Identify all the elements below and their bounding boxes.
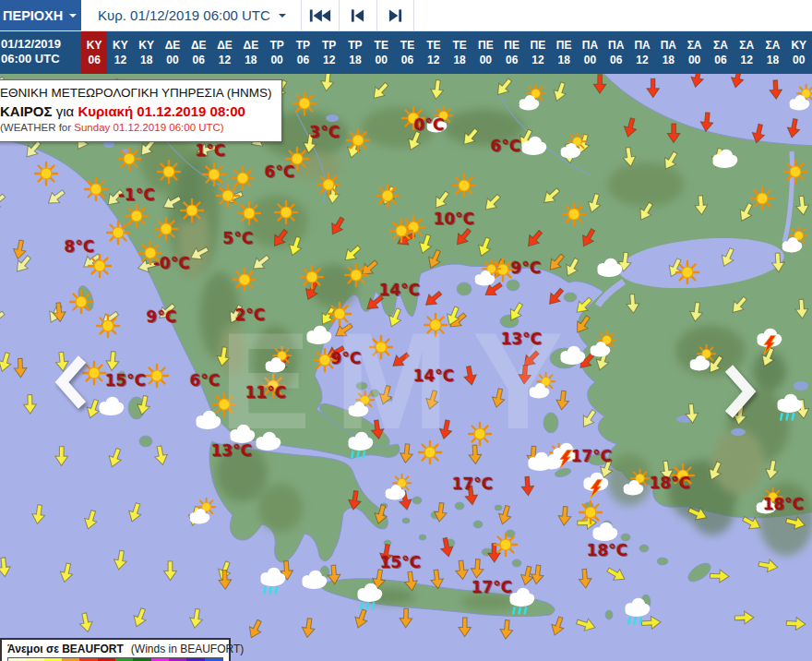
timestep-text: ΣΑ — [713, 40, 728, 52]
timestep-cell[interactable]: ΣΑ12 — [734, 31, 759, 74]
temperature-label: 8°C — [65, 237, 95, 256]
timestep-text: 00 — [688, 54, 700, 66]
pan-right-button[interactable] — [718, 363, 760, 420]
temperature-label: 13°C — [211, 441, 253, 460]
timestep-text: 18 — [558, 54, 570, 66]
timestep-cell[interactable]: ΔΕ00 — [160, 31, 185, 74]
temperature-label: 14°C — [379, 281, 421, 299]
step-back-icon — [350, 7, 365, 24]
timestep-cell[interactable]: ΤΕ18 — [447, 31, 472, 74]
timestep-cell[interactable]: ΠΑ06 — [603, 31, 629, 74]
timestep-cell[interactable]: ΠΕ18 — [551, 31, 577, 74]
map-title-box: ΕΘΝΙΚΗ ΜΕΤΕΩΡΟΛΟΓΙΚΗ ΥΠΗΡΕΣΙΑ (HNMS) ΚΑΙ… — [0, 79, 282, 142]
temperature-label: -1°C — [118, 186, 155, 204]
timestep-cell[interactable]: ΠΕ06 — [499, 31, 525, 74]
timestep-cell[interactable]: ΔΕ12 — [211, 31, 237, 74]
timestep-text: ΠΕ — [504, 40, 519, 52]
skip-to-start-icon — [308, 7, 332, 24]
timestep-cell[interactable]: ΠΕ00 — [472, 31, 498, 74]
timestep-text: 06 — [714, 54, 726, 66]
step-forward-button[interactable] — [376, 0, 414, 30]
timestep-text: 06 — [297, 54, 309, 66]
timestep-text: 00 — [166, 54, 178, 66]
timestep-text: 12 — [740, 54, 752, 66]
timestep-cell[interactable]: ΣΑ06 — [708, 31, 734, 74]
current-datetime-label: 01/12/2019 06:00 UTC — [0, 31, 81, 74]
temperature-label: 6°C — [190, 371, 221, 390]
timestep-cell[interactable]: ΚΥ06 — [81, 31, 107, 74]
timestep-cell[interactable]: ΣΑ00 — [681, 31, 707, 74]
forecast-valid-line: ΚΑΙΡΟΣ για Κυριακή 01.12.2019 08:00 — [0, 102, 271, 122]
timestep-cell[interactable]: ΤΡ12 — [316, 31, 342, 74]
timestep-text: ΤΕ — [375, 40, 388, 52]
timestep-cell[interactable]: ΤΕ06 — [394, 31, 420, 74]
timestep-text: ΔΕ — [217, 40, 233, 52]
timestep-text: ΤΡ — [296, 40, 310, 52]
beaufort-legend-title: Άνεμοι σε BEAUFORT(Winds in BEAUFORT) — [7, 643, 223, 655]
temperature-label: 9°C — [331, 349, 362, 367]
timestep-cell[interactable]: ΠΑ12 — [629, 31, 655, 74]
temperature-label: 15°C — [105, 371, 147, 390]
timestep-text: ΤΡ — [322, 40, 336, 52]
temperature-label: 0°C — [414, 115, 445, 134]
temperature-label: 11°C — [245, 383, 287, 402]
timestep-cell[interactable]: ΤΡ18 — [342, 31, 368, 74]
timestep-cell[interactable]: ΣΑ18 — [759, 31, 785, 74]
temperature-label: 17°C — [472, 578, 513, 596]
timestep-columns: ΚΥ06ΚΥ12ΚΥ18ΔΕ00ΔΕ06ΔΕ12ΔΕ18ΤΡ00ΤΡ06ΤΡ12… — [81, 31, 812, 74]
pan-left-button[interactable] — [51, 354, 93, 411]
timestep-cell[interactable]: ΠΑ00 — [577, 31, 603, 74]
timestep-text: ΤΕ — [452, 40, 466, 52]
timestep-text: ΔΕ — [165, 40, 181, 52]
skip-to-start-button[interactable] — [301, 0, 339, 30]
timestep-text: 06 — [88, 54, 100, 66]
timestep-cell[interactable]: ΠΑ18 — [655, 31, 681, 74]
weather-map[interactable]: EMY 1°C-1°C3°C0°C6°C6°C10°C8°C5°C-0°C9°C… — [0, 74, 812, 661]
timestep-cell[interactable]: ΤΕ12 — [421, 31, 447, 74]
timestep-text: 18 — [453, 54, 465, 66]
timestep-text: ΚΥ — [87, 40, 102, 52]
timestep-text: ΤΕ — [426, 40, 440, 52]
temperature-label: 18°C — [650, 474, 691, 492]
timestep-cell[interactable]: ΚΥ12 — [107, 31, 133, 74]
timestep-text: ΣΑ — [687, 40, 702, 52]
datetime-dropdown-button[interactable]: Κυρ. 01/12/2019 06:00 UTC — [81, 0, 301, 30]
toolbar-spacer — [414, 0, 812, 30]
beaufort-legend: Άνεμοι σε BEAUFORT(Winds in BEAUFORT) 12… — [0, 638, 231, 661]
temperature-label: 6°C — [265, 162, 295, 181]
temperature-label: 17°C — [571, 447, 613, 465]
timestep-cell[interactable]: ΚΥ00 — [786, 31, 812, 74]
region-dropdown-button[interactable]: ΠΕΡΙΟΧΗ — [0, 0, 81, 30]
beaufort-color-scale: 123456789101112 — [7, 657, 223, 661]
timestep-bar: 01/12/2019 06:00 UTC ΚΥ06ΚΥ12ΚΥ18ΔΕ00ΔΕ0… — [0, 31, 812, 74]
timestep-cell[interactable]: ΔΕ06 — [185, 31, 211, 74]
temperature-layer: 1°C-1°C3°C0°C6°C6°C10°C8°C5°C-0°C9°C14°C… — [0, 74, 812, 661]
chevron-down-icon — [69, 14, 77, 21]
current-time: 06:00 UTC — [1, 52, 79, 66]
timestep-text: 12 — [531, 54, 543, 66]
timestep-text: 06 — [401, 54, 413, 66]
timestep-text: ΠΑ — [634, 40, 650, 52]
temperature-label: 10°C — [434, 210, 475, 228]
timestep-text: ΠΕ — [556, 40, 572, 52]
toolbar: ΠΕΡΙΟΧΗ Κυρ. 01/12/2019 06:00 UTC — [0, 0, 812, 31]
timestep-cell[interactable]: ΚΥ18 — [134, 31, 160, 74]
timestep-cell[interactable]: ΤΡ06 — [290, 31, 316, 74]
timestep-cell[interactable]: ΔΕ18 — [238, 31, 264, 74]
timestep-cell[interactable]: ΠΕ12 — [525, 31, 551, 74]
timestep-cell[interactable]: ΤΕ00 — [368, 31, 394, 74]
step-back-button[interactable] — [339, 0, 376, 30]
timestep-text: 12 — [427, 54, 439, 66]
forecast-valid-line-en: (WEATHER for Sunday 01.12.2019 06:00 UTC… — [0, 121, 271, 136]
temperature-label: 17°C — [452, 475, 494, 493]
timestep-text: 06 — [193, 54, 205, 66]
timestep-text: 06 — [506, 54, 518, 66]
timestep-text: 12 — [323, 54, 335, 66]
timestep-text: 00 — [584, 54, 596, 66]
timestep-text: ΚΥ — [138, 40, 154, 52]
timestep-text: ΤΡ — [269, 40, 283, 52]
timestep-text: 00 — [480, 54, 492, 66]
timestep-text: ΤΡ — [348, 40, 362, 52]
timestep-cell[interactable]: ΤΡ00 — [264, 31, 290, 74]
timestep-text: ΔΕ — [244, 40, 259, 52]
